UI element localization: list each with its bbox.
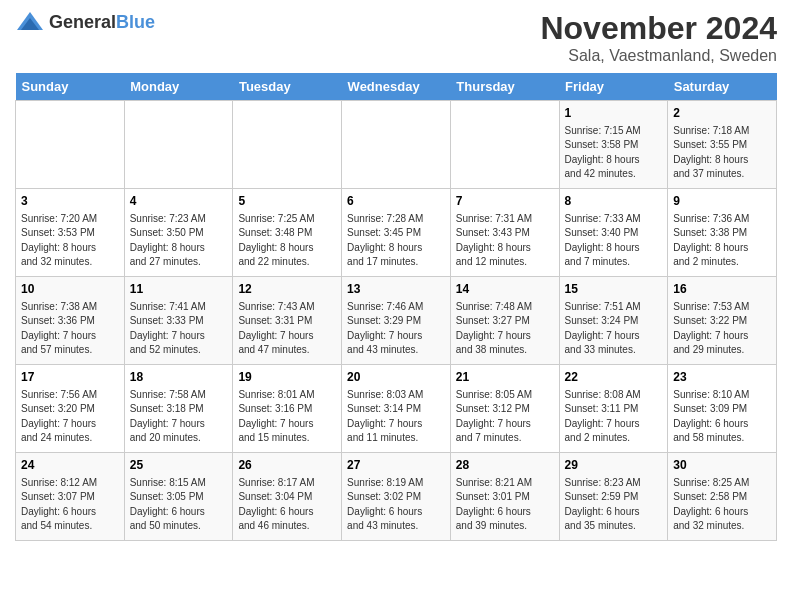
day-info-6: Sunrise: 7:28 AM Sunset: 3:45 PM Dayligh…	[347, 212, 445, 270]
cell-w2-d0: 10Sunrise: 7:38 AM Sunset: 3:36 PM Dayli…	[16, 277, 125, 365]
calendar-table: Sunday Monday Tuesday Wednesday Thursday…	[15, 73, 777, 541]
cell-w1-d1: 4Sunrise: 7:23 AM Sunset: 3:50 PM Daylig…	[124, 189, 233, 277]
logo-text: GeneralBlue	[49, 12, 155, 33]
cell-w3-d0: 17Sunrise: 7:56 AM Sunset: 3:20 PM Dayli…	[16, 365, 125, 453]
main-title: November 2024	[540, 10, 777, 47]
page-container: GeneralBlue November 2024 Sala, Vaestman…	[0, 0, 792, 551]
day-info-8: Sunrise: 7:33 AM Sunset: 3:40 PM Dayligh…	[565, 212, 663, 270]
day-number-8: 8	[565, 193, 663, 210]
cell-w3-d2: 19Sunrise: 8:01 AM Sunset: 3:16 PM Dayli…	[233, 365, 342, 453]
cell-w4-d6: 30Sunrise: 8:25 AM Sunset: 2:58 PM Dayli…	[668, 453, 777, 541]
logo: GeneralBlue	[15, 10, 155, 34]
week-row-2: 10Sunrise: 7:38 AM Sunset: 3:36 PM Dayli…	[16, 277, 777, 365]
calendar-body: 1Sunrise: 7:15 AM Sunset: 3:58 PM Daylig…	[16, 101, 777, 541]
cell-w2-d1: 11Sunrise: 7:41 AM Sunset: 3:33 PM Dayli…	[124, 277, 233, 365]
cell-w2-d5: 15Sunrise: 7:51 AM Sunset: 3:24 PM Dayli…	[559, 277, 668, 365]
day-number-22: 22	[565, 369, 663, 386]
cell-w4-d0: 24Sunrise: 8:12 AM Sunset: 3:07 PM Dayli…	[16, 453, 125, 541]
day-info-13: Sunrise: 7:46 AM Sunset: 3:29 PM Dayligh…	[347, 300, 445, 358]
day-number-9: 9	[673, 193, 771, 210]
day-number-2: 2	[673, 105, 771, 122]
day-info-5: Sunrise: 7:25 AM Sunset: 3:48 PM Dayligh…	[238, 212, 336, 270]
day-number-6: 6	[347, 193, 445, 210]
logo-icon	[15, 10, 45, 34]
day-info-26: Sunrise: 8:17 AM Sunset: 3:04 PM Dayligh…	[238, 476, 336, 534]
day-info-1: Sunrise: 7:15 AM Sunset: 3:58 PM Dayligh…	[565, 124, 663, 182]
day-number-18: 18	[130, 369, 228, 386]
cell-w2-d2: 12Sunrise: 7:43 AM Sunset: 3:31 PM Dayli…	[233, 277, 342, 365]
cell-w0-d4	[450, 101, 559, 189]
day-info-3: Sunrise: 7:20 AM Sunset: 3:53 PM Dayligh…	[21, 212, 119, 270]
col-tuesday: Tuesday	[233, 73, 342, 101]
cell-w0-d6: 2Sunrise: 7:18 AM Sunset: 3:55 PM Daylig…	[668, 101, 777, 189]
cell-w1-d2: 5Sunrise: 7:25 AM Sunset: 3:48 PM Daylig…	[233, 189, 342, 277]
subtitle: Sala, Vaestmanland, Sweden	[540, 47, 777, 65]
day-number-11: 11	[130, 281, 228, 298]
day-info-28: Sunrise: 8:21 AM Sunset: 3:01 PM Dayligh…	[456, 476, 554, 534]
day-info-11: Sunrise: 7:41 AM Sunset: 3:33 PM Dayligh…	[130, 300, 228, 358]
week-row-1: 3Sunrise: 7:20 AM Sunset: 3:53 PM Daylig…	[16, 189, 777, 277]
day-number-3: 3	[21, 193, 119, 210]
day-number-27: 27	[347, 457, 445, 474]
day-info-29: Sunrise: 8:23 AM Sunset: 2:59 PM Dayligh…	[565, 476, 663, 534]
day-number-25: 25	[130, 457, 228, 474]
day-info-4: Sunrise: 7:23 AM Sunset: 3:50 PM Dayligh…	[130, 212, 228, 270]
day-number-5: 5	[238, 193, 336, 210]
cell-w2-d3: 13Sunrise: 7:46 AM Sunset: 3:29 PM Dayli…	[342, 277, 451, 365]
day-number-23: 23	[673, 369, 771, 386]
col-monday: Monday	[124, 73, 233, 101]
header-row: Sunday Monday Tuesday Wednesday Thursday…	[16, 73, 777, 101]
cell-w1-d3: 6Sunrise: 7:28 AM Sunset: 3:45 PM Daylig…	[342, 189, 451, 277]
col-wednesday: Wednesday	[342, 73, 451, 101]
day-number-1: 1	[565, 105, 663, 122]
week-row-3: 17Sunrise: 7:56 AM Sunset: 3:20 PM Dayli…	[16, 365, 777, 453]
day-info-10: Sunrise: 7:38 AM Sunset: 3:36 PM Dayligh…	[21, 300, 119, 358]
cell-w3-d6: 23Sunrise: 8:10 AM Sunset: 3:09 PM Dayli…	[668, 365, 777, 453]
day-number-20: 20	[347, 369, 445, 386]
cell-w0-d0	[16, 101, 125, 189]
cell-w1-d6: 9Sunrise: 7:36 AM Sunset: 3:38 PM Daylig…	[668, 189, 777, 277]
day-number-15: 15	[565, 281, 663, 298]
cell-w4-d3: 27Sunrise: 8:19 AM Sunset: 3:02 PM Dayli…	[342, 453, 451, 541]
day-number-14: 14	[456, 281, 554, 298]
col-saturday: Saturday	[668, 73, 777, 101]
title-area: November 2024 Sala, Vaestmanland, Sweden	[540, 10, 777, 65]
day-number-28: 28	[456, 457, 554, 474]
cell-w0-d3	[342, 101, 451, 189]
logo-blue: Blue	[116, 12, 155, 32]
day-info-25: Sunrise: 8:15 AM Sunset: 3:05 PM Dayligh…	[130, 476, 228, 534]
col-friday: Friday	[559, 73, 668, 101]
day-number-16: 16	[673, 281, 771, 298]
cell-w3-d3: 20Sunrise: 8:03 AM Sunset: 3:14 PM Dayli…	[342, 365, 451, 453]
day-number-17: 17	[21, 369, 119, 386]
day-number-29: 29	[565, 457, 663, 474]
logo-general: General	[49, 12, 116, 32]
day-number-19: 19	[238, 369, 336, 386]
day-number-21: 21	[456, 369, 554, 386]
col-sunday: Sunday	[16, 73, 125, 101]
day-number-7: 7	[456, 193, 554, 210]
col-thursday: Thursday	[450, 73, 559, 101]
day-info-21: Sunrise: 8:05 AM Sunset: 3:12 PM Dayligh…	[456, 388, 554, 446]
day-number-10: 10	[21, 281, 119, 298]
day-info-12: Sunrise: 7:43 AM Sunset: 3:31 PM Dayligh…	[238, 300, 336, 358]
cell-w4-d2: 26Sunrise: 8:17 AM Sunset: 3:04 PM Dayli…	[233, 453, 342, 541]
day-info-2: Sunrise: 7:18 AM Sunset: 3:55 PM Dayligh…	[673, 124, 771, 182]
cell-w1-d5: 8Sunrise: 7:33 AM Sunset: 3:40 PM Daylig…	[559, 189, 668, 277]
cell-w4-d1: 25Sunrise: 8:15 AM Sunset: 3:05 PM Dayli…	[124, 453, 233, 541]
day-number-4: 4	[130, 193, 228, 210]
cell-w0-d2	[233, 101, 342, 189]
week-row-0: 1Sunrise: 7:15 AM Sunset: 3:58 PM Daylig…	[16, 101, 777, 189]
day-number-12: 12	[238, 281, 336, 298]
day-number-26: 26	[238, 457, 336, 474]
day-info-17: Sunrise: 7:56 AM Sunset: 3:20 PM Dayligh…	[21, 388, 119, 446]
cell-w3-d5: 22Sunrise: 8:08 AM Sunset: 3:11 PM Dayli…	[559, 365, 668, 453]
day-info-20: Sunrise: 8:03 AM Sunset: 3:14 PM Dayligh…	[347, 388, 445, 446]
day-info-16: Sunrise: 7:53 AM Sunset: 3:22 PM Dayligh…	[673, 300, 771, 358]
cell-w4-d4: 28Sunrise: 8:21 AM Sunset: 3:01 PM Dayli…	[450, 453, 559, 541]
header-area: GeneralBlue November 2024 Sala, Vaestman…	[15, 10, 777, 65]
week-row-4: 24Sunrise: 8:12 AM Sunset: 3:07 PM Dayli…	[16, 453, 777, 541]
cell-w2-d6: 16Sunrise: 7:53 AM Sunset: 3:22 PM Dayli…	[668, 277, 777, 365]
day-info-24: Sunrise: 8:12 AM Sunset: 3:07 PM Dayligh…	[21, 476, 119, 534]
cell-w1-d4: 7Sunrise: 7:31 AM Sunset: 3:43 PM Daylig…	[450, 189, 559, 277]
